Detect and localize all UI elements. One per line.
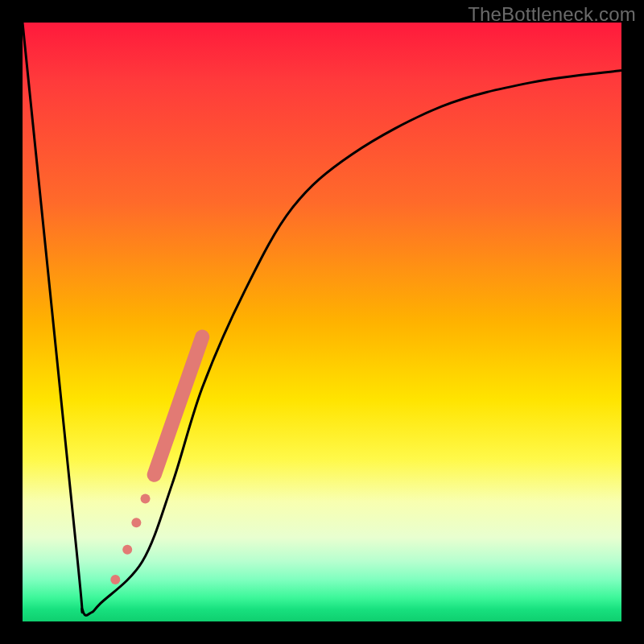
- chart-svg: [23, 23, 621, 621]
- curve-markers: [110, 337, 202, 584]
- marker-dot: [110, 575, 120, 584]
- marker-dot: [122, 545, 132, 555]
- marker-dot: [131, 518, 141, 527]
- chart-frame: TheBottleneck.com: [0, 0, 644, 644]
- plot-area: [23, 23, 621, 621]
- watermark-text: TheBottleneck.com: [468, 3, 636, 26]
- curve-line: [23, 23, 621, 615]
- marker-dot: [141, 493, 151, 503]
- bottleneck-curve: [23, 23, 621, 615]
